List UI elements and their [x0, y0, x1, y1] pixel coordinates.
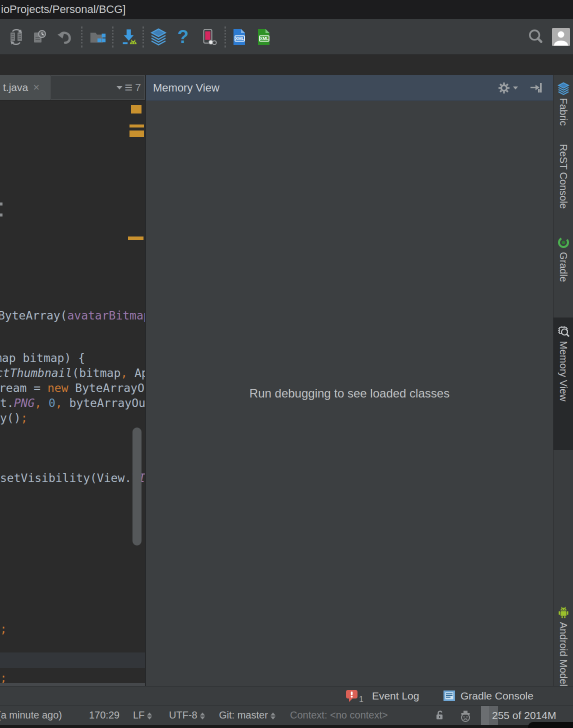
tab-label: t.java — [3, 82, 28, 94]
tool-tab-label: Memory View — [558, 341, 569, 402]
editor-tab-bar: t.java × ≡ 7 — [0, 75, 145, 100]
gradle-icon — [557, 236, 570, 249]
navigation-gap — [0, 54, 573, 75]
tab-extras: ≡ 7 — [116, 75, 141, 100]
help-question-glyph: ? — [178, 26, 189, 48]
memory-view-empty-message: Run debugging to see loaded classes — [250, 386, 450, 400]
encoding-selector[interactable]: UTF-8 — [169, 706, 206, 725]
tool-tab-fabric[interactable]: Fabric — [554, 82, 573, 126]
android-robot-icon — [557, 606, 570, 619]
tab-java-file[interactable]: t.java × — [0, 75, 50, 100]
layers-icon[interactable] — [150, 26, 168, 48]
updown-arrows-icon — [200, 712, 206, 720]
xml-file-green-icon-glyph: XML — [254, 28, 272, 46]
editor-highlight-mark[interactable] — [131, 105, 142, 114]
sync-icon-glyph — [8, 28, 26, 46]
user-avatar[interactable] — [552, 26, 570, 48]
context-indicator[interactable]: Context: <no context> — [290, 706, 388, 725]
tool-tab-label: Android Model — [558, 622, 569, 686]
memory-view-body: Run debugging to see loaded classes — [146, 101, 553, 686]
editor-highlight-mark[interactable] — [130, 124, 144, 128]
window-corner-shadow — [528, 722, 573, 728]
sdk-manager-icon-glyph — [120, 28, 138, 46]
line-separator-selector[interactable]: LF — [133, 706, 152, 725]
undo-icon-glyph — [56, 28, 74, 46]
sdk-manager-icon[interactable] — [120, 26, 138, 48]
updown-arrows-icon — [147, 712, 152, 720]
inspections-hector-button[interactable] — [459, 710, 472, 725]
gear-icon — [497, 81, 511, 95]
editor-highlight-mark[interactable] — [130, 130, 144, 137]
hector-inspector-icon — [459, 710, 472, 723]
fabric-layers-icon — [557, 82, 570, 95]
search-icon-glyph — [527, 28, 545, 46]
event-log-icon — [345, 689, 358, 702]
tool-tab-rest-console[interactable]: ReST Console — [554, 144, 573, 209]
window-title: ioProjects/Personal/BCG] — [1, 0, 126, 19]
updown-arrows-icon — [270, 712, 276, 720]
toolbar-separator — [142, 26, 144, 48]
caret-position[interactable]: 170:29 — [89, 706, 120, 725]
memory-view-header[interactable]: Memory View — [146, 75, 553, 101]
device-manager-icon[interactable] — [200, 26, 218, 48]
tab-dropdown-icon[interactable] — [116, 86, 122, 90]
line-separator-value: LF — [133, 710, 144, 720]
gear-dropdown-arrow-icon — [513, 86, 518, 90]
sync-icon[interactable] — [8, 26, 26, 48]
unlocked-padlock-icon — [434, 710, 446, 721]
local-history-icon[interactable] — [30, 26, 48, 48]
code-line: map bitmap) { — [0, 350, 85, 366]
git-branch-selector[interactable]: Git: master — [219, 706, 276, 725]
xml-file-blue-icon[interactable]: XML — [230, 26, 248, 48]
current-line-highlight — [0, 652, 145, 668]
tool-tab-gradle[interactable]: Gradle — [554, 236, 573, 282]
svg-text:XML: XML — [260, 36, 269, 41]
code-line: ctThumbnail(bitmap, Ap — [0, 366, 145, 380]
help-icon[interactable]: ? — [174, 26, 192, 48]
event-log-label: Event Log — [372, 690, 420, 702]
project-structure-icon-glyph — [88, 28, 106, 46]
tool-tab-label: Gradle — [558, 252, 569, 282]
panel-hide-button[interactable] — [529, 81, 543, 95]
search-icon[interactable] — [527, 26, 545, 48]
main-toolbar: ? XML XML — [0, 19, 573, 54]
event-log-button[interactable]: 1 Event Log — [345, 686, 419, 705]
editor-highlight-mark[interactable] — [128, 236, 144, 240]
code-line: ByteArray(avatarBitmap — [0, 308, 145, 323]
undo-icon[interactable] — [56, 26, 74, 48]
window-bottom-edge — [0, 725, 573, 728]
toolbar-separator — [112, 26, 114, 48]
lock-button[interactable] — [434, 710, 446, 723]
toolbar-separator — [81, 26, 82, 48]
android-studio-window: ioProjects/Personal/BCG] — [0, 0, 573, 728]
xml-file-green-icon[interactable]: XML — [254, 26, 272, 48]
title-bar: ioProjects/Personal/BCG] — [0, 0, 573, 19]
code-line: setVisibility(View.VI — [0, 470, 145, 486]
code-editor[interactable]: ByteArray(avatarBitmapmap bitmap) {ctThu… — [0, 100, 145, 683]
device-manager-icon-glyph — [200, 28, 218, 46]
git-branch-value: Git: master — [219, 710, 268, 720]
tab-list-icon[interactable]: ≡ — [125, 82, 133, 92]
memory-chip-magnifier-icon — [556, 324, 570, 338]
code-line: ream = new ByteArrayOu — [0, 380, 145, 396]
tool-tab-android-model[interactable]: Android Model — [554, 606, 573, 686]
tool-tab-memory-view[interactable]: Memory View — [554, 318, 573, 450]
status-bar: (a minute ago) 170:29 LF UTF-8 Git: mast… — [0, 705, 573, 725]
bottom-tool-bar: 1 Event Log Gradle Console — [0, 686, 573, 705]
svg-text:XML: XML — [236, 36, 244, 41]
event-log-count: 1 — [359, 695, 364, 704]
hide-panel-icon — [529, 81, 543, 95]
tab-close-icon[interactable]: × — [33, 81, 40, 94]
panel-settings-button[interactable] — [497, 81, 518, 95]
code-line: ; — [0, 670, 7, 683]
editor-vertical-scrollbar[interactable] — [132, 428, 142, 546]
right-tool-strip: Fabric ReST Console Gradle — [553, 75, 573, 686]
gradle-console-label: Gradle Console — [460, 690, 534, 702]
gradle-console-icon — [442, 689, 456, 702]
gradle-console-button[interactable]: Gradle Console — [442, 686, 534, 705]
local-history-icon-glyph — [30, 28, 48, 46]
tool-tab-label: ReST Console — [558, 144, 569, 209]
toolbar-separator — [224, 26, 226, 48]
tool-tab-label: Fabric — [558, 98, 569, 126]
project-structure-icon[interactable] — [88, 26, 106, 48]
